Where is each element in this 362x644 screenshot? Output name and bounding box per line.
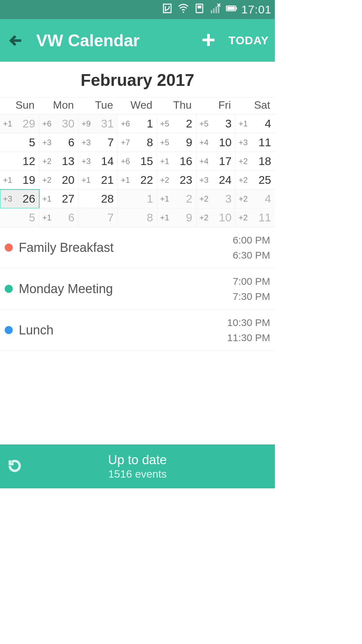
day-number: 6 <box>68 211 74 224</box>
calendar-cell[interactable]: 5 <box>0 133 39 152</box>
calendar-cell[interactable]: 28 <box>78 190 118 208</box>
calendar-cell[interactable]: 5 <box>0 208 39 227</box>
calendar-cell[interactable]: +129 <box>0 114 39 133</box>
calendar-cell[interactable]: +326 <box>0 190 39 208</box>
day-number: 11 <box>258 211 271 224</box>
svg-rect-8 <box>227 7 235 10</box>
calendar-cell[interactable]: +12 <box>157 190 196 208</box>
signal-icon <box>210 3 221 17</box>
calendar-cell[interactable]: +61 <box>118 114 157 133</box>
day-number: 25 <box>258 173 271 186</box>
event-count: +2 <box>239 157 248 166</box>
weekday-header: SunMonTueWedThuFriSat <box>0 97 275 114</box>
calendar-cell[interactable]: +314 <box>78 152 118 171</box>
calendar-cell[interactable]: +410 <box>196 133 236 152</box>
app-bar: VW Calendar TODAY <box>0 19 275 62</box>
calendar-cell[interactable]: +127 <box>39 190 78 208</box>
event-count: +6 <box>121 119 130 128</box>
day-number: 8 <box>147 136 153 149</box>
day-number: 13 <box>62 155 74 168</box>
event-count: +1 <box>3 175 12 185</box>
event-title: Monday Meeting <box>19 282 233 296</box>
event-count: +5 <box>160 119 169 128</box>
weekday-label: Fri <box>196 98 236 114</box>
day-number: 4 <box>265 117 271 130</box>
event-count: +3 <box>239 138 248 147</box>
day-number: 16 <box>180 155 192 168</box>
event-item[interactable]: Lunch10:30 PM11:30 PM <box>0 310 275 351</box>
calendar-cell[interactable]: +220 <box>39 171 78 190</box>
event-count: +6 <box>121 157 130 166</box>
calendar-cell[interactable]: +223 <box>157 171 196 190</box>
calendar-cell[interactable]: +122 <box>118 171 157 190</box>
calendar-cell[interactable]: +615 <box>118 152 157 171</box>
day-number: 3 <box>225 192 232 205</box>
day-number: 5 <box>29 211 35 224</box>
calendar-cell[interactable]: +119 <box>0 171 39 190</box>
month-title[interactable]: February 2017 <box>0 62 275 97</box>
calendar-cell[interactable]: +121 <box>78 171 118 190</box>
calendar-cell[interactable]: +78 <box>118 133 157 152</box>
calendar-cell[interactable]: +630 <box>39 114 78 133</box>
calendar-cell[interactable]: +37 <box>78 133 118 152</box>
nfc-icon <box>162 3 173 17</box>
back-button[interactable] <box>6 33 26 48</box>
day-number: 6 <box>68 136 74 149</box>
svg-rect-4 <box>213 8 215 13</box>
day-number: 9 <box>186 136 192 149</box>
weekday-label: Sat <box>236 98 275 114</box>
calendar-cell[interactable]: +210 <box>196 208 236 227</box>
calendar-cell[interactable]: 12 <box>0 152 39 171</box>
event-color-dot <box>5 285 13 293</box>
day-number: 9 <box>186 211 192 224</box>
calendar-cell[interactable]: 1 <box>118 190 157 208</box>
calendar-cell[interactable]: +225 <box>236 171 275 190</box>
calendar-cell[interactable]: +24 <box>236 190 275 208</box>
event-item[interactable]: Monday Meeting7:00 PM7:30 PM <box>0 268 275 310</box>
event-item[interactable]: Family Breakfast6:00 PM6:30 PM <box>0 227 275 268</box>
day-number: 27 <box>62 192 74 205</box>
today-button[interactable]: TODAY <box>229 34 269 47</box>
event-count: +1 <box>81 175 90 185</box>
calendar-cell[interactable]: +36 <box>39 133 78 152</box>
day-number: 12 <box>22 155 35 168</box>
calendar-cell[interactable]: 8 <box>118 208 157 227</box>
app-title: VW Calendar <box>36 31 200 50</box>
event-count: +3 <box>42 138 51 147</box>
add-button[interactable] <box>200 32 217 49</box>
calendar-cell[interactable]: +324 <box>196 171 236 190</box>
calendar-cell[interactable]: +211 <box>236 208 275 227</box>
sim-icon <box>194 3 205 17</box>
calendar-cell[interactable]: +14 <box>236 114 275 133</box>
calendar-cell[interactable]: +19 <box>157 208 196 227</box>
status-bar: 17:01 <box>0 0 275 19</box>
refresh-icon[interactable] <box>7 459 22 475</box>
calendar-cell[interactable]: +59 <box>157 133 196 152</box>
event-count: +1 <box>3 119 12 128</box>
event-count: +2 <box>199 213 208 222</box>
day-number: 14 <box>101 155 114 168</box>
calendar-cell[interactable]: +16 <box>39 208 78 227</box>
day-number: 20 <box>62 173 74 186</box>
day-number: 10 <box>219 211 232 224</box>
calendar-cell[interactable]: +213 <box>39 152 78 171</box>
event-count: +7 <box>121 138 130 147</box>
calendar-cell[interactable]: +311 <box>236 133 275 152</box>
calendar-cell[interactable]: +23 <box>196 190 236 208</box>
calendar-cell[interactable]: +931 <box>78 114 118 133</box>
calendar-cell[interactable]: +218 <box>236 152 275 171</box>
calendar-cell[interactable]: 7 <box>78 208 118 227</box>
event-count: +2 <box>239 194 248 204</box>
calendar-cell[interactable]: +53 <box>196 114 236 133</box>
day-number: 11 <box>258 136 271 149</box>
status-icons <box>162 3 237 17</box>
day-number: 7 <box>108 136 114 149</box>
event-count: +5 <box>199 119 208 128</box>
day-number: 22 <box>140 173 153 186</box>
day-number: 17 <box>219 155 232 168</box>
calendar-cell[interactable]: +417 <box>196 152 236 171</box>
sync-footer[interactable]: Up to date 1516 events <box>0 444 275 488</box>
event-count: +3 <box>199 175 208 185</box>
calendar-cell[interactable]: +52 <box>157 114 196 133</box>
calendar-cell[interactable]: +116 <box>157 152 196 171</box>
